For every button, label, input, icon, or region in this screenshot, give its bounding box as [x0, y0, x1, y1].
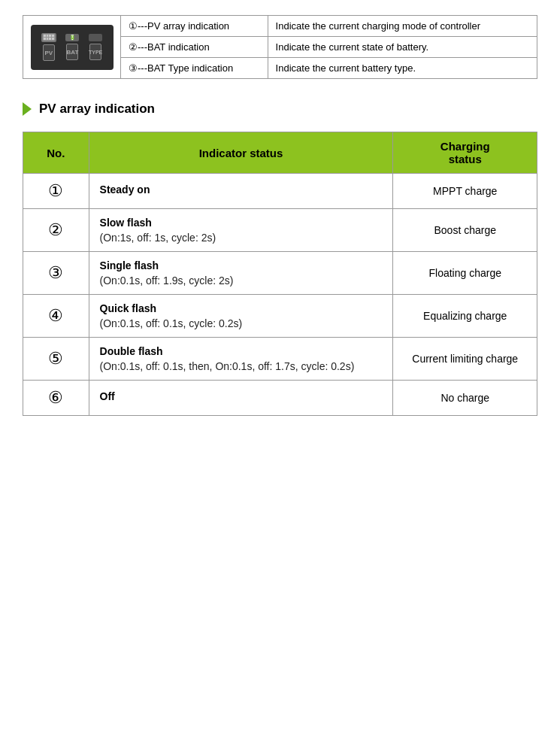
- device-icon: PV 🔋 BAT TYPE: [31, 25, 114, 70]
- bat-type-indicator: TYPE: [89, 34, 102, 60]
- pv-indicator: PV: [41, 33, 56, 61]
- cell-indicator: Steady on: [89, 174, 393, 209]
- table-row: ①Steady onMPPT charge: [23, 174, 537, 209]
- info-row-2-label: ②---BAT indication: [121, 37, 268, 58]
- cell-charging: Current limiting charge: [393, 338, 537, 381]
- table-row: ⑤Double flash(On:0.1s, off: 0.1s, then, …: [23, 338, 537, 381]
- info-row-2-desc: Indicate the current state of battery.: [268, 37, 537, 58]
- main-data-table: No. Indicator status Chargingstatus ①Ste…: [23, 132, 537, 416]
- info-row-3-label: ③---BAT Type indication: [121, 58, 268, 79]
- section-title: PV array indication: [39, 102, 155, 117]
- header-no: No.: [23, 132, 89, 174]
- cell-charging: MPPT charge: [393, 174, 537, 209]
- cell-no: ③: [23, 252, 89, 295]
- cell-no: ①: [23, 174, 89, 209]
- cell-indicator: Off: [89, 381, 393, 416]
- cell-indicator: Double flash(On:0.1s, off: 0.1s, then, O…: [89, 338, 393, 381]
- cell-charging: Equalizing charge: [393, 295, 537, 338]
- cell-charging: No charge: [393, 381, 537, 416]
- section-heading: PV array indication: [23, 102, 537, 117]
- table-row: ②Slow flash(On:1s, off: 1s, cycle: 2s)Bo…: [23, 209, 537, 252]
- cell-indicator: Slow flash(On:1s, off: 1s, cycle: 2s): [89, 209, 393, 252]
- bat-indicator: 🔋 BAT: [65, 34, 79, 60]
- cell-indicator: Single flash(On:0.1s, off: 1.9s, cycle: …: [89, 252, 393, 295]
- cell-no: ②: [23, 209, 89, 252]
- cell-no: ④: [23, 295, 89, 338]
- header-charging: Chargingstatus: [393, 132, 537, 174]
- cell-no: ⑥: [23, 381, 89, 416]
- info-table: PV 🔋 BAT TYPE: [23, 15, 537, 79]
- device-icon-cell: PV 🔋 BAT TYPE: [23, 16, 121, 79]
- table-row: ③Single flash(On:0.1s, off: 1.9s, cycle:…: [23, 252, 537, 295]
- info-row-3-desc: Indicate the current battery type.: [268, 58, 537, 79]
- info-row-1-label: ①---PV array indication: [121, 16, 268, 37]
- info-row-1-desc: Indicate the current charging mode of co…: [268, 16, 537, 37]
- cell-charging: Boost charge: [393, 209, 537, 252]
- arrow-icon: [23, 102, 32, 116]
- table-row: ⑥OffNo charge: [23, 381, 537, 416]
- table-row: ④Quick flash(On:0.1s, off: 0.1s, cycle: …: [23, 295, 537, 338]
- header-indicator: Indicator status: [89, 132, 393, 174]
- cell-charging: Floating charge: [393, 252, 537, 295]
- cell-indicator: Quick flash(On:0.1s, off: 0.1s, cycle: 0…: [89, 295, 393, 338]
- cell-no: ⑤: [23, 338, 89, 381]
- table-header-row: No. Indicator status Chargingstatus: [23, 132, 537, 174]
